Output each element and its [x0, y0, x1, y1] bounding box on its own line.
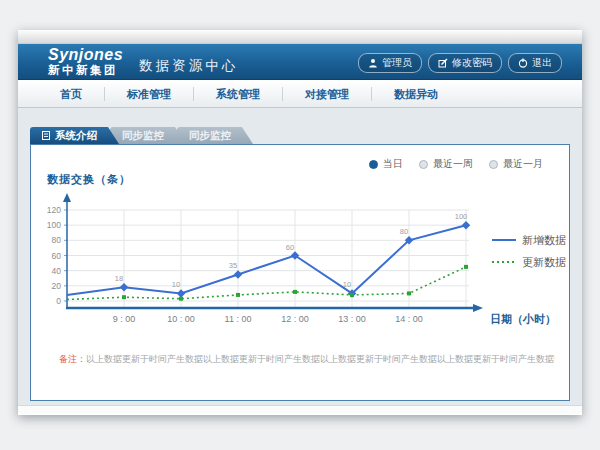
window-footer	[18, 405, 582, 414]
document-icon	[42, 131, 50, 140]
svg-text:60: 60	[286, 243, 294, 252]
logout-button[interactable]: 退出	[508, 53, 562, 73]
svg-text:13 : 00: 13 : 00	[338, 314, 366, 324]
logout-button-label: 退出	[532, 56, 552, 70]
tab-system-intro-label: 系统介绍	[55, 129, 97, 143]
user-button-label: 管理员	[382, 56, 412, 70]
svg-text:14 : 00: 14 : 00	[395, 314, 423, 324]
time-range-filter: 当日 最近一周 最近一月	[369, 157, 543, 171]
y-axis-title: 数据交换（条）	[47, 172, 131, 187]
svg-text:9 : 00: 9 : 00	[113, 314, 136, 324]
app-title: 数据资源中心	[139, 57, 238, 75]
radio-today[interactable]: 当日	[369, 157, 403, 171]
svg-text:18: 18	[115, 274, 123, 283]
content-area: 系统介绍 同步监控 同步监控 当日 最近一周	[18, 108, 582, 405]
nav-item-integration[interactable]: 对接管理	[283, 87, 372, 101]
svg-text:35: 35	[229, 261, 237, 270]
svg-text:20: 20	[52, 281, 62, 291]
footnote-prefix: 备注：	[59, 354, 86, 364]
edit-icon	[438, 58, 448, 68]
line-chart: 0204060801001209 : 0010 : 0011 : 0012 : …	[39, 190, 569, 340]
tab-sync-monitor-2[interactable]: 同步监控	[177, 127, 253, 144]
radio-last-month-label: 最近一月	[503, 157, 543, 171]
radio-today-label: 当日	[383, 157, 403, 171]
svg-text:0: 0	[56, 296, 61, 306]
radio-unselected-icon	[489, 160, 498, 169]
user-button[interactable]: 管理员	[358, 53, 422, 73]
logo-wordmark: Synjones	[48, 47, 123, 63]
user-icon	[368, 58, 378, 68]
change-password-button[interactable]: 修改密码	[428, 53, 502, 73]
tab-bar: 系统介绍 同步监控 同步监控	[30, 127, 582, 144]
svg-text:日期（小时）: 日期（小时）	[490, 313, 556, 326]
main-nav: 首页 标准管理 系统管理 对接管理 数据异动	[18, 80, 582, 108]
nav-item-standards[interactable]: 标准管理	[105, 87, 194, 101]
window-top-strip	[18, 30, 582, 44]
svg-text:80: 80	[52, 235, 62, 245]
app-window: Synjones 新中新集团 数据资源中心 管理员 修改密	[18, 30, 582, 415]
svg-text:100: 100	[455, 212, 468, 221]
tab-sync-monitor-2-label: 同步监控	[189, 129, 231, 143]
power-icon	[518, 58, 528, 68]
svg-text:11 : 00: 11 : 00	[225, 314, 252, 324]
logo: Synjones 新中新集团	[48, 47, 123, 77]
footnote-text: 以上数据更新于时间产生数据以上数据更新于时间产生数据以上数据更新于时间产生数据以…	[86, 354, 555, 364]
svg-text:60: 60	[52, 251, 62, 261]
svg-text:新增数据: 新增数据	[522, 234, 566, 246]
radio-last-week-label: 最近一周	[433, 157, 473, 171]
svg-text:10 : 00: 10 : 00	[167, 314, 195, 324]
nav-item-home[interactable]: 首页	[38, 87, 105, 101]
svg-text:10: 10	[343, 280, 351, 289]
change-password-label: 修改密码	[452, 56, 492, 70]
radio-selected-icon	[369, 160, 378, 169]
svg-text:10: 10	[172, 280, 180, 289]
svg-text:80: 80	[400, 227, 408, 236]
svg-text:12 : 00: 12 : 00	[281, 314, 309, 324]
svg-text:更新数据: 更新数据	[522, 256, 566, 268]
svg-text:120: 120	[47, 205, 61, 215]
nav-item-system[interactable]: 系统管理	[194, 87, 283, 101]
radio-unselected-icon	[419, 160, 428, 169]
svg-text:100: 100	[47, 220, 61, 230]
tab-sync-monitor-1-label: 同步监控	[122, 129, 164, 143]
tab-system-intro[interactable]: 系统介绍	[30, 127, 119, 144]
radio-last-week[interactable]: 最近一周	[419, 157, 473, 171]
page-background: Synjones 新中新集团 数据资源中心 管理员 修改密	[0, 0, 600, 450]
logo-company-name: 新中新集团	[48, 65, 123, 77]
nav-item-data-change[interactable]: 数据异动	[372, 87, 460, 101]
footnote: 备注：以上数据更新于时间产生数据以上数据更新于时间产生数据以上数据更新于时间产生…	[59, 353, 555, 366]
svg-text:40: 40	[52, 266, 62, 276]
app-header: Synjones 新中新集团 数据资源中心 管理员 修改密	[18, 44, 582, 80]
tab-sync-monitor-1[interactable]: 同步监控	[110, 127, 186, 144]
radio-last-month[interactable]: 最近一月	[489, 157, 543, 171]
header-actions: 管理员 修改密码 退出	[358, 53, 562, 73]
chart-panel: 当日 最近一周 最近一月 数据交换（条） 0204060801001209 : …	[30, 144, 570, 401]
